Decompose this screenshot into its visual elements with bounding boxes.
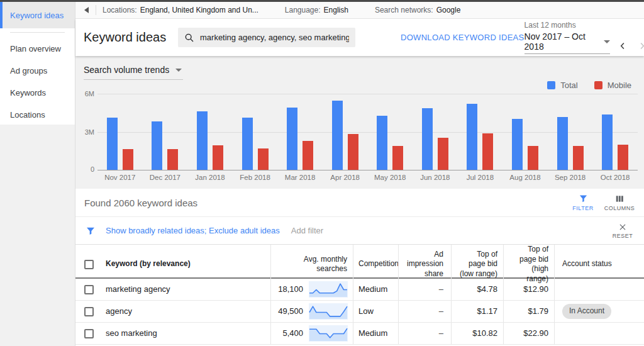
mobile-bar xyxy=(258,148,269,170)
sidebar-item-label: Ad groups xyxy=(10,66,47,75)
x-axis-label: Feb 2018 xyxy=(233,174,278,181)
date-range-preset-label: Last 12 months xyxy=(525,21,610,30)
language-label: Language: xyxy=(285,6,321,14)
account-status-cell: In Account xyxy=(554,301,644,322)
competition-cell: Medium xyxy=(353,323,398,344)
x-axis-label: Sep 2018 xyxy=(548,174,593,181)
page-title: Keyword ideas xyxy=(84,30,178,45)
mobile-bar xyxy=(348,134,358,170)
language-setting[interactable]: Language: English xyxy=(285,6,348,14)
keyword-cell: agency xyxy=(101,301,270,322)
chevron-right-icon xyxy=(636,40,644,52)
sidebar-item-keywords[interactable]: Keywords xyxy=(0,82,75,104)
keyword-cell: seo marketing xyxy=(101,323,270,344)
next-period-button[interactable] xyxy=(636,38,644,53)
bid-low-cell: $1.17 xyxy=(451,301,503,322)
x-axis-label: Oct 2018 xyxy=(592,174,638,181)
account-status-cell xyxy=(554,323,644,344)
results-bar: Found 2060 keyword ideas FILTER COLUMNS xyxy=(75,189,644,217)
total-bar xyxy=(602,114,613,170)
bar-group xyxy=(502,94,548,170)
search-networks-setting[interactable]: Search networks: Google xyxy=(375,6,460,14)
mobile-bar xyxy=(392,146,403,170)
keywords-search-box[interactable] xyxy=(178,28,355,47)
sidebar-item-plan-overview[interactable]: Plan overview xyxy=(0,38,75,60)
bar-group xyxy=(458,94,503,170)
applied-filters-link[interactable]: Show broadly related ideas; Exclude adul… xyxy=(106,226,280,235)
total-bar xyxy=(512,119,523,170)
mobile-bar xyxy=(618,145,628,170)
chart-type-dropdown[interactable]: Search volume trends xyxy=(84,63,183,80)
chart-type-label: Search volume trends xyxy=(84,65,169,75)
results-count: Found 2060 keyword ideas xyxy=(84,198,565,208)
sidebar-item-ad-groups[interactable]: Ad groups xyxy=(0,60,75,82)
y-axis-tick: 3M xyxy=(84,128,94,136)
keywords-search-input[interactable] xyxy=(200,33,349,42)
sidebar: Keyword ideas Plan overview Ad groups Ke… xyxy=(0,2,75,346)
sidebar-item-locations[interactable]: Locations xyxy=(0,104,75,126)
sidebar-background xyxy=(0,125,75,346)
x-axis-label: Nov 2017 xyxy=(97,174,143,181)
filter-button[interactable]: FILTER xyxy=(565,194,601,211)
competition-cell: Medium xyxy=(353,279,398,300)
mobile-bar xyxy=(213,145,223,170)
sidebar-item-label: Keywords xyxy=(10,88,46,98)
date-range-dropdown[interactable]: Nov 2017 – Oct 2018 xyxy=(525,31,610,54)
avg-searches-cell: 18,100 xyxy=(270,279,353,300)
mobile-bar xyxy=(438,138,448,170)
y-axis-tick: 6M xyxy=(84,90,94,98)
search-trend-sparkline xyxy=(309,281,348,298)
row-checkbox[interactable] xyxy=(84,307,94,316)
bar-group xyxy=(97,94,143,170)
x-axis-label: Jul 2018 xyxy=(458,174,503,181)
table-row[interactable]: seo marketing 5,400 Medium – $10.82 $22.… xyxy=(75,323,644,345)
collapse-panel-button[interactable] xyxy=(79,3,93,17)
main-panel: Locations: England, United Kingdom and U… xyxy=(75,2,644,346)
download-keyword-ideas-button[interactable]: DOWNLOAD KEYWORD IDEAS xyxy=(401,33,525,42)
filter-funnel-icon xyxy=(579,194,588,203)
back-arrow-icon xyxy=(84,7,89,13)
search-trend-sparkline xyxy=(309,303,348,320)
row-checkbox-cell xyxy=(75,279,101,300)
bid-high-cell: $1.79 xyxy=(503,301,554,322)
x-axis-label: Jun 2018 xyxy=(413,174,458,181)
bar-group xyxy=(233,94,278,170)
search-icon xyxy=(184,33,194,43)
reset-filters-button[interactable]: RESET xyxy=(609,223,636,239)
close-icon xyxy=(618,223,627,232)
previous-period-button[interactable] xyxy=(616,38,630,53)
x-axis-label: Apr 2018 xyxy=(323,174,368,181)
sidebar-item-label: Keyword ideas xyxy=(10,11,64,20)
bar-group xyxy=(413,94,458,170)
row-checkbox-cell xyxy=(75,301,101,322)
table-row[interactable]: agency 49,500 Low – $1.17 $1.79 In Accou… xyxy=(75,301,644,323)
avg-searches-cell: 49,500 xyxy=(270,301,353,322)
locations-value: England, United Kingdom and Un... xyxy=(140,6,258,14)
columns-icon xyxy=(615,194,624,203)
total-bar xyxy=(377,116,387,170)
bar-group xyxy=(367,94,413,170)
language-value: English xyxy=(324,6,348,14)
row-checkbox[interactable] xyxy=(84,285,94,294)
search-volume-chart: 6M 3M 0 xyxy=(97,94,638,170)
sidebar-item-keyword-ideas[interactable]: Keyword ideas xyxy=(0,2,75,28)
bid-low-cell: $4.78 xyxy=(451,279,503,300)
total-bar xyxy=(287,108,297,170)
add-filter-button[interactable]: Add filter xyxy=(291,226,323,235)
bar-group xyxy=(323,94,368,170)
x-axis-label: Aug 2018 xyxy=(502,174,548,181)
columns-button[interactable]: COLUMNS xyxy=(601,194,638,211)
competition-cell: Low xyxy=(353,301,398,322)
legend-item-mobile: Mobile xyxy=(594,81,631,90)
select-all-checkbox[interactable] xyxy=(84,260,94,269)
filter-bar: Show broadly related ideas; Exclude adul… xyxy=(75,217,644,245)
y-axis-tick: 0 xyxy=(84,165,94,173)
filter-button-label: FILTER xyxy=(572,205,593,211)
total-bar xyxy=(197,111,208,170)
mobile-bar xyxy=(123,149,133,170)
search-networks-value: Google xyxy=(436,6,461,14)
table-row[interactable]: marketing agency 18,100 Medium – $4.78 $… xyxy=(75,279,644,301)
row-checkbox[interactable] xyxy=(84,329,94,338)
locations-setting[interactable]: Locations: England, United Kingdom and U… xyxy=(103,6,258,14)
legend-item-total: Total xyxy=(547,81,577,90)
